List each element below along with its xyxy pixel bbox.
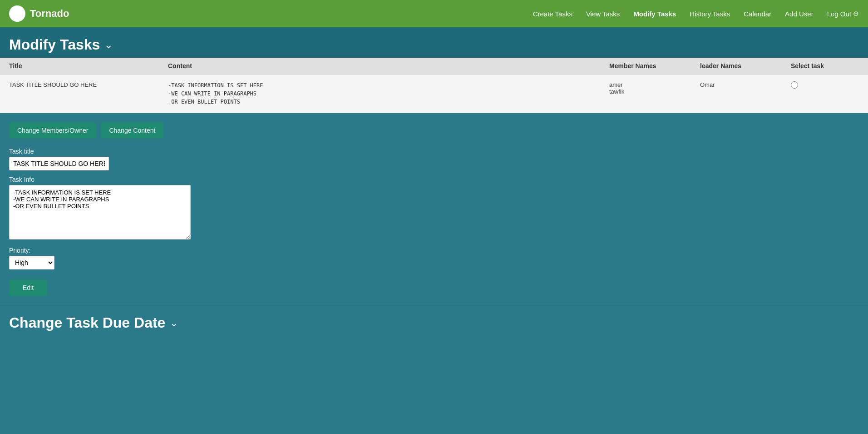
row-title: TASK TITLE SHOULD GO HERE [9,81,168,88]
app-name: Tornado [30,8,69,20]
due-date-section: Change Task Due Date ⌄ [0,305,868,340]
logo-icon: ♞ [9,5,25,22]
edit-button[interactable]: Edit [9,279,47,296]
col-members: Member Names [609,62,700,70]
form-section: Change Members/Owner Change Content Task… [0,113,868,305]
page-title-chevron[interactable]: ⌄ [104,39,113,51]
task-table: Title Content Member Names leader Names … [0,58,868,113]
col-select: Select task [791,62,859,70]
table-row: TASK TITLE SHOULD GO HERE -TASK INFORMAT… [0,75,868,113]
page-title: Modify Tasks [9,36,100,53]
row-members: amertawfik [609,81,700,95]
col-title: Title [9,62,168,70]
task-info-group: Task Info -TASK INFORMATION IS SET HERE … [9,176,859,241]
task-title-label: Task title [9,148,859,155]
nav-add-user[interactable]: Add User [785,10,814,18]
row-content: -TASK INFORMATION IS SET HERE-WE CAN WRI… [168,81,609,106]
nav-modify-tasks[interactable]: Modify Tasks [633,10,676,18]
nav-history-tasks[interactable]: History Tasks [690,10,730,18]
task-info-textarea[interactable]: -TASK INFORMATION IS SET HERE -WE CAN WR… [9,185,191,239]
col-leader: leader Names [700,62,791,70]
task-title-group: Task title [9,148,859,170]
table-header: Title Content Member Names leader Names … [0,58,868,75]
logout-button[interactable]: Log Out ⊖ [827,10,859,18]
select-task-radio[interactable] [791,81,798,89]
row-leader: Omar [700,81,791,88]
task-title-input[interactable] [9,157,109,170]
priority-label: Priority: [9,247,859,254]
page-header: Modify Tasks ⌄ [0,27,868,58]
nav-links: Create Tasks View Tasks Modify Tasks His… [533,10,859,18]
task-info-label: Task Info [9,176,859,183]
col-content: Content [168,62,609,70]
change-members-button[interactable]: Change Members/Owner [9,122,96,139]
due-date-header: Change Task Due Date ⌄ [9,314,859,331]
form-buttons: Change Members/Owner Change Content [9,122,859,139]
nav-view-tasks[interactable]: View Tasks [586,10,620,18]
navbar: ♞ Tornado Create Tasks View Tasks Modify… [0,0,868,27]
row-select[interactable] [791,81,859,89]
nav-create-tasks[interactable]: Create Tasks [533,10,572,18]
priority-select[interactable]: High Medium Low [9,256,54,269]
due-date-title: Change Task Due Date [9,314,165,331]
app-logo: ♞ Tornado [9,5,69,22]
change-content-button[interactable]: Change Content [101,122,163,139]
logout-icon: ⊖ [853,10,859,18]
priority-group: Priority: High Medium Low [9,247,859,269]
due-date-chevron[interactable]: ⌄ [170,317,178,329]
nav-calendar[interactable]: Calendar [744,10,771,18]
